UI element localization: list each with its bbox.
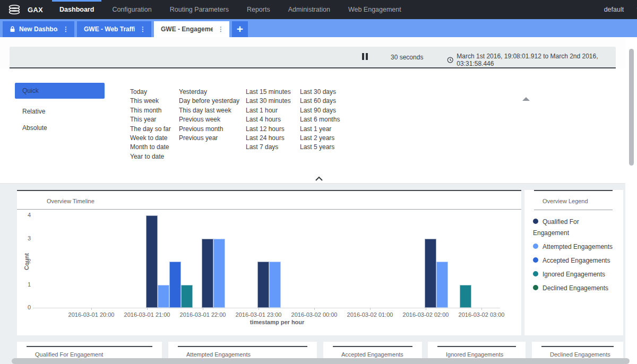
- divider: [534, 190, 613, 191]
- quick-option-previous-week[interactable]: Previous week: [179, 115, 239, 124]
- chart-title: Overview Timeline: [47, 198, 94, 204]
- quick-option-last-15-minutes[interactable]: Last 15 minutes: [246, 88, 291, 97]
- dashboard-tab-gwe-engagement[interactable]: GWE - Engagement ..⋮: [154, 21, 229, 37]
- legend-item-accepted-engagements[interactable]: Accepted Engagements: [524, 255, 623, 266]
- quick-option-last-90-days[interactable]: Last 90 days: [300, 106, 340, 115]
- quick-option-year-to-date[interactable]: Year to date: [130, 152, 171, 161]
- quick-option-this-month[interactable]: This month: [130, 106, 171, 115]
- bar-qualified-for-engagement[interactable]: [202, 239, 213, 308]
- nav-item-configuration[interactable]: Configuration: [103, 0, 160, 19]
- bar-qualified-for-engagement[interactable]: [257, 262, 269, 308]
- time-picker-panel: QuickRelativeAbsolute TodayThis weekThis…: [0, 68, 625, 184]
- bar-accepted-engagements[interactable]: [169, 262, 181, 308]
- quick-option-last-30-minutes[interactable]: Last 30 minutes: [246, 97, 291, 106]
- dashboard-tab-new-dashboard[interactable]: New Dashboard⋮: [3, 21, 74, 37]
- x-tick-label: 2016-03-01 22:00: [174, 311, 232, 318]
- brand-label: GAX: [28, 6, 43, 14]
- quick-option-the-day-so-far[interactable]: The day so far: [130, 125, 171, 134]
- quick-option-this-day-last-week[interactable]: This day last week: [179, 106, 239, 115]
- x-axis-label: timestamp per hour: [224, 319, 330, 325]
- x-tick-label: 2016-03-01 23:00: [229, 311, 288, 318]
- legend-item-qualified-for-engagement[interactable]: Qualified For Engagement: [524, 216, 623, 239]
- legend-dot-icon: [533, 219, 538, 224]
- bar-attempted-engagements[interactable]: [213, 239, 225, 308]
- nav-item-administration[interactable]: Administration: [279, 0, 339, 19]
- quick-option-last-24-hours[interactable]: Last 24 hours: [246, 134, 291, 143]
- time-picker-tab-quick[interactable]: Quick: [15, 83, 105, 99]
- tab-menu-icon[interactable]: ⋮: [138, 25, 148, 33]
- overview-timeline-card: Overview Timeline Count timestamp per ho…: [17, 190, 521, 335]
- time-range-button[interactable]: March 1st 2016, 19:08:01.912 to March 2n…: [447, 53, 616, 67]
- quick-option-previous-month[interactable]: Previous month: [179, 125, 239, 134]
- vertical-scrollbar-thumb[interactable]: [629, 49, 634, 166]
- quick-option-last-1-year[interactable]: Last 1 year: [300, 125, 340, 134]
- time-picker-tab-absolute[interactable]: Absolute: [15, 120, 105, 136]
- pause-button[interactable]: [362, 53, 369, 60]
- nav-item-web-engagement[interactable]: Web Engagement: [339, 0, 410, 19]
- y-tick-label: 1: [19, 281, 31, 288]
- refresh-interval[interactable]: 30 seconds: [391, 54, 423, 61]
- panel-title: Declined Engagements: [550, 351, 623, 358]
- lock-icon: [10, 26, 15, 32]
- bar-ignored-engagements[interactable]: [460, 285, 471, 308]
- tab-menu-icon[interactable]: ⋮: [216, 25, 226, 33]
- tenant-selector[interactable]: default: [604, 6, 624, 13]
- toolbar-zone: 30 seconds March 1st 2016, 19:08:01.912 …: [0, 37, 625, 68]
- panel-title: Qualified For Engagement: [35, 351, 162, 358]
- legend-item-attempted-engagements[interactable]: Attempted Engagements: [524, 241, 623, 253]
- time-picker-tab-relative[interactable]: Relative: [15, 103, 105, 119]
- y-tick-label: 4: [19, 212, 31, 218]
- quick-option-last-4-hours[interactable]: Last 4 hours: [246, 115, 291, 124]
- quick-options-column: Last 30 daysLast 60 daysLast 90 daysLast…: [300, 88, 340, 152]
- quick-option-this-week[interactable]: This week: [130, 97, 171, 106]
- x-tick-label: 2016-03-02 01:00: [341, 311, 399, 318]
- bar-attempted-engagements[interactable]: [158, 285, 169, 308]
- legend-item-declined-engagements[interactable]: Declined Engagements: [524, 283, 623, 294]
- panel-caret-icon: [522, 97, 530, 101]
- nav-items: DashboardConfigurationRouting Parameters…: [50, 0, 410, 19]
- overview-legend-card: Overview Legend Qualified For Engagement…: [524, 190, 623, 335]
- bar-qualified-for-engagement[interactable]: [425, 239, 436, 308]
- divider: [333, 346, 412, 347]
- collapse-panel-button[interactable]: [312, 175, 326, 183]
- nav-item-routing-parameters[interactable]: Routing Parameters: [161, 0, 238, 19]
- bar-ignored-engagements[interactable]: [181, 285, 193, 308]
- quick-option-last-6-months[interactable]: Last 6 months: [300, 115, 340, 124]
- quick-option-last-5-years[interactable]: Last 5 years: [300, 143, 340, 152]
- quick-option-last-1-hour[interactable]: Last 1 hour: [246, 106, 291, 115]
- divider: [27, 346, 152, 347]
- dashboard-toolbar: 30 seconds March 1st 2016, 19:08:01.912 …: [10, 47, 616, 68]
- quick-option-this-year[interactable]: This year: [130, 115, 171, 124]
- divider: [534, 210, 613, 210]
- nav-item-dashboard[interactable]: Dashboard: [50, 0, 103, 19]
- timeline-bar-chart: Count timestamp per hour 012342016-03-01…: [17, 210, 521, 335]
- legend-item-ignored-engagements[interactable]: Ignored Engagements: [524, 269, 623, 280]
- quick-option-month-to-date[interactable]: Month to date: [130, 143, 171, 152]
- bar-attempted-engagements[interactable]: [436, 262, 448, 308]
- tab-label: GWE - Engagement ..: [161, 25, 213, 33]
- bar-qualified-for-engagement[interactable]: [146, 215, 158, 308]
- legend-dot-icon: [533, 285, 538, 290]
- x-tick-label: 2016-03-02 00:00: [285, 311, 343, 318]
- add-dashboard-button[interactable]: +: [232, 21, 248, 37]
- quick-option-last-7-days[interactable]: Last 7 days: [246, 143, 291, 152]
- quick-option-yesterday[interactable]: Yesterday: [179, 88, 239, 97]
- quick-option-today[interactable]: Today: [130, 88, 171, 97]
- divider: [178, 346, 307, 347]
- nav-item-reports[interactable]: Reports: [238, 0, 279, 19]
- quick-option-last-60-days[interactable]: Last 60 days: [300, 97, 340, 106]
- x-tick-label: 2016-03-02 03:00: [452, 311, 511, 318]
- horizontal-scrollbar-thumb[interactable]: [12, 358, 630, 364]
- vertical-scrollbar: [625, 37, 637, 364]
- quick-option-last-12-hours[interactable]: Last 12 hours: [246, 125, 291, 134]
- bar-attempted-engagements[interactable]: [269, 262, 281, 308]
- quick-option-last-30-days[interactable]: Last 30 days: [300, 88, 340, 97]
- y-tick-label: 2: [19, 258, 31, 264]
- quick-option-day-before-yesterday[interactable]: Day before yesterday: [179, 97, 239, 106]
- divider: [541, 346, 614, 347]
- quick-option-week-to-date[interactable]: Week to date: [130, 134, 171, 143]
- quick-option-last-2-years[interactable]: Last 2 years: [300, 134, 340, 143]
- quick-option-previous-year[interactable]: Previous year: [179, 134, 239, 143]
- tab-menu-icon[interactable]: ⋮: [61, 25, 71, 33]
- dashboard-tab-gwe-web-traffic-t[interactable]: GWE - Web Traffic T..⋮: [77, 21, 151, 37]
